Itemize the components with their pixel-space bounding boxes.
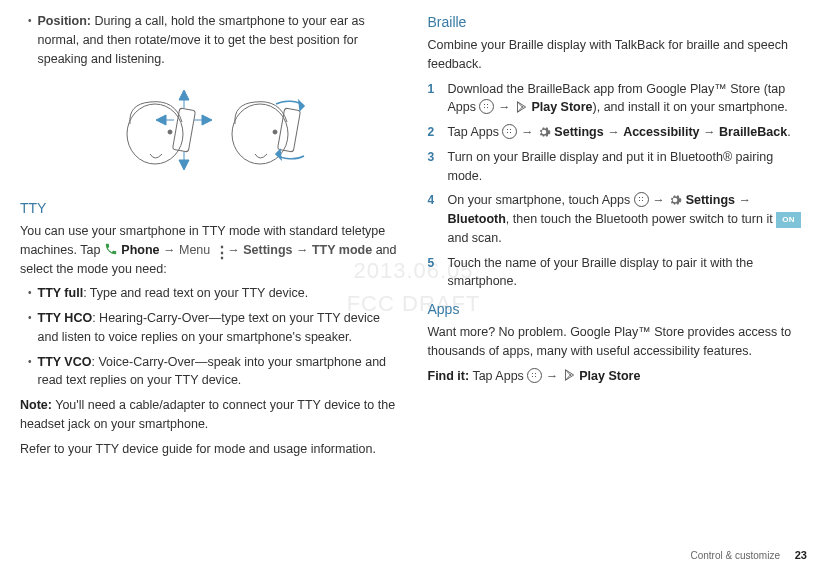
bullet-dot-icon: • xyxy=(28,284,32,303)
step-5: 5 Touch the name of your Braille display… xyxy=(428,254,808,292)
tty-full-bullet: • TTY full: Type and read text on your T… xyxy=(20,284,400,303)
bullet-dot-icon: • xyxy=(28,353,32,391)
apps-icon xyxy=(527,368,542,383)
step-4: 4 On your smartphone, touch Apps → Setti… xyxy=(428,191,808,247)
apps-icon xyxy=(479,99,494,114)
footer-page-number: 23 xyxy=(795,549,807,561)
gear-icon xyxy=(668,193,682,207)
svg-marker-7 xyxy=(156,115,166,125)
step-number: 2 xyxy=(428,123,438,142)
on-switch-icon: ON xyxy=(776,212,801,228)
position-bullet: • Position: During a call, hold the smar… xyxy=(20,12,400,68)
step-number: 1 xyxy=(428,80,438,118)
footer-section: Control & customize xyxy=(690,550,779,561)
bullet-dot-icon: • xyxy=(28,12,32,68)
tty-heading: TTY xyxy=(20,198,400,219)
find-it: Find it: Tap Apps → Play Store xyxy=(428,367,808,386)
svg-point-12 xyxy=(273,130,277,134)
page-footer: Control & customize 23 xyxy=(690,547,807,564)
braille-heading: Braille xyxy=(428,12,808,33)
svg-marker-3 xyxy=(179,90,189,100)
apps-icon xyxy=(502,124,517,139)
step-3: 3 Turn on your Braille display and put i… xyxy=(428,148,808,186)
svg-marker-5 xyxy=(179,160,189,170)
step-number: 3 xyxy=(428,148,438,186)
svg-point-0 xyxy=(127,104,183,164)
tty-intro: You can use your smartphone in TTY mode … xyxy=(20,222,400,278)
menu-icon xyxy=(214,245,224,257)
svg-point-1 xyxy=(168,130,172,134)
apps-icon xyxy=(634,192,649,207)
position-label: Position: xyxy=(38,14,91,28)
play-store-icon xyxy=(514,100,528,114)
phone-position-illustration xyxy=(20,74,400,190)
right-column: Braille Combine your Braille display wit… xyxy=(428,12,808,458)
tty-note: Note: You'll need a cable/adapter to con… xyxy=(20,396,400,434)
phone-icon xyxy=(104,242,118,256)
tty-vco-bullet: • TTY VCO: Voice-Carry-Over—speak into y… xyxy=(20,353,400,391)
tty-refer: Refer to your TTY device guide for mode … xyxy=(20,440,400,459)
braille-intro: Combine your Braille display with TalkBa… xyxy=(428,36,808,74)
tty-hco-bullet: • TTY HCO: Hearing-Carry-Over—type text … xyxy=(20,309,400,347)
apps-heading: Apps xyxy=(428,299,808,320)
play-store-icon xyxy=(562,368,576,382)
step-2: 2 Tap Apps → Settings → Accessibility → … xyxy=(428,123,808,142)
gear-icon xyxy=(537,125,551,139)
step-number: 4 xyxy=(428,191,438,247)
svg-marker-14 xyxy=(299,101,304,110)
step-number: 5 xyxy=(428,254,438,292)
bullet-dot-icon: • xyxy=(28,309,32,347)
step-1: 1 Download the BrailleBack app from Goog… xyxy=(428,80,808,118)
apps-intro: Want more? No problem. Google Play™ Stor… xyxy=(428,323,808,361)
svg-marker-9 xyxy=(202,115,212,125)
left-column: • Position: During a call, hold the smar… xyxy=(20,12,400,458)
